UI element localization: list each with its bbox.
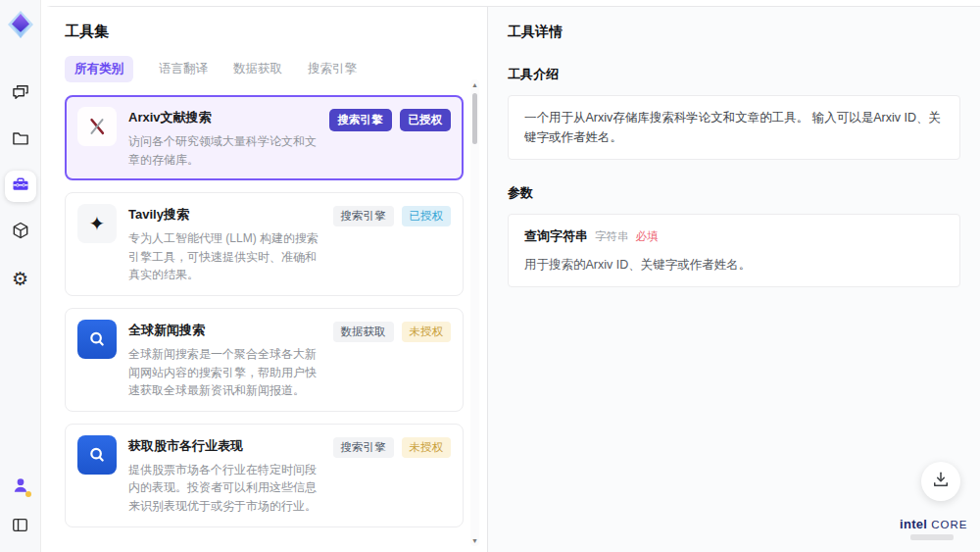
collapse-panel-button[interactable] bbox=[5, 511, 36, 542]
chat-icon bbox=[11, 82, 30, 106]
tool-card-1[interactable]: ✦Tavily搜索专为人工智能代理 (LLM) 构建的搜索引擎工具，可快速提供实… bbox=[65, 192, 464, 296]
user-avatar[interactable] bbox=[5, 472, 36, 503]
param-description: 用于搜索的Arxiv ID、关键字或作者姓名。 bbox=[524, 255, 944, 275]
tool-name: 获取股市各行业表现 bbox=[128, 437, 321, 455]
tool-badges: 搜索引擎未授权 bbox=[333, 435, 452, 516]
tool-badges: 搜索引擎已授权 bbox=[329, 107, 452, 169]
tool-card-body: 全球新闻搜索全球新闻搜索是一个聚合全球各大新闻网站内容的搜索引擎，帮助用户快速获… bbox=[128, 320, 321, 400]
category-badge: 搜索引擎 bbox=[329, 109, 392, 131]
left-rail: ⚙ bbox=[0, 0, 41, 552]
gear-icon: ⚙ bbox=[12, 270, 28, 288]
intel-core-logo: intel CORE bbox=[900, 517, 964, 540]
tool-list: Arxiv文献搜索访问各个研究领域大量科学论文和文章的存储库。搜索引擎已授权✦T… bbox=[65, 95, 469, 538]
category-tabs: 所有类别语言翻译数据获取搜索引擎 bbox=[65, 56, 469, 82]
sidebar-item-cube[interactable] bbox=[5, 217, 36, 248]
detail-title: 工具详情 bbox=[508, 24, 960, 41]
param-name: 查询字符串 bbox=[524, 226, 588, 247]
tool-card-0[interactable]: Arxiv文献搜索访问各个研究领域大量科学论文和文章的存储库。搜索引擎已授权 bbox=[65, 95, 464, 180]
tool-description: 访问各个研究领域大量科学论文和文章的存储库。 bbox=[128, 132, 318, 169]
tool-description: 专为人工智能代理 (LLM) 构建的搜索引擎工具，可快速提供实时、准确和真实的结… bbox=[128, 229, 321, 284]
download-icon bbox=[931, 470, 951, 493]
page-title: 工具集 bbox=[65, 23, 469, 41]
download-button[interactable] bbox=[921, 462, 960, 501]
tool-badges: 数据获取未授权 bbox=[333, 320, 452, 400]
panel-toggle-icon bbox=[11, 516, 29, 538]
arxiv-icon bbox=[77, 107, 117, 146]
app-logo[interactable] bbox=[6, 10, 35, 39]
scrollbar[interactable]: ▲ ▼ bbox=[470, 79, 479, 546]
brand-word-core: CORE bbox=[931, 519, 967, 530]
tools-pane: 工具集 所有类别语言翻译数据获取搜索引擎 Arxiv文献搜索访问各个研究领域大量… bbox=[41, 7, 488, 552]
tool-card-body: Arxiv文献搜索访问各个研究领域大量科学论文和文章的存储库。 bbox=[128, 107, 318, 169]
category-badge: 搜索引擎 bbox=[333, 206, 394, 226]
cube-icon bbox=[11, 221, 30, 244]
brand-word-intel: intel bbox=[900, 517, 927, 531]
param-required-badge: 必填 bbox=[636, 227, 659, 245]
category-badge: 数据获取 bbox=[333, 322, 394, 342]
tab-3[interactable]: 搜索引擎 bbox=[308, 61, 357, 77]
param-type: 字符串 bbox=[595, 227, 629, 245]
content-shell: 工具集 所有类别语言翻译数据获取搜索引擎 Arxiv文献搜索访问各个研究领域大量… bbox=[41, 6, 980, 552]
tavily-star-icon: ✦ bbox=[77, 204, 117, 243]
auth-status-badge: 已授权 bbox=[400, 109, 452, 131]
params-heading: 参数 bbox=[508, 184, 960, 202]
tab-2[interactable]: 数据获取 bbox=[233, 61, 282, 77]
intro-heading: 工具介绍 bbox=[508, 66, 960, 83]
scroll-down-arrow[interactable]: ▼ bbox=[470, 537, 479, 544]
sidebar-item-chat[interactable] bbox=[5, 78, 36, 110]
tool-card-2[interactable]: 全球新闻搜索全球新闻搜索是一个聚合全球各大新闻网站内容的搜索引擎，帮助用户快速获… bbox=[65, 308, 464, 412]
param-header: 查询字符串 字符串 必填 bbox=[524, 226, 944, 247]
tool-card-body: 获取股市各行业表现提供股票市场各个行业在特定时间段内的表现。投资者可以利用这些信… bbox=[128, 435, 321, 516]
category-badge: 搜索引擎 bbox=[333, 437, 394, 458]
auth-status-badge: 已授权 bbox=[402, 206, 452, 226]
tool-description: 全球新闻搜索是一个聚合全球各大新闻网站内容的搜索引擎，帮助用户快速获取全球最新资… bbox=[128, 345, 321, 400]
brand-watermark bbox=[910, 534, 954, 540]
rail-bottom bbox=[5, 472, 36, 542]
tool-card-3[interactable]: 获取股市各行业表现提供股票市场各个行业在特定时间段内的表现。投资者可以利用这些信… bbox=[65, 424, 464, 527]
sidebar-item-settings[interactable]: ⚙ bbox=[5, 263, 36, 294]
blue-search-icon bbox=[77, 320, 117, 359]
param-box: 查询字符串 字符串 必填 用于搜索的Arxiv ID、关键字或作者姓名。 bbox=[508, 214, 960, 287]
blue-search-icon bbox=[77, 435, 117, 475]
scroll-up-arrow[interactable]: ▲ bbox=[470, 81, 479, 88]
rail-nav: ⚙ bbox=[5, 78, 36, 294]
detail-pane: 工具详情 工具介绍 一个用于从Arxiv存储库搜索科学论文和文章的工具。 输入可… bbox=[488, 7, 980, 552]
auth-status-badge: 未授权 bbox=[402, 437, 452, 458]
tab-0[interactable]: 所有类别 bbox=[65, 56, 133, 82]
sidebar-item-tools[interactable] bbox=[5, 171, 36, 202]
auth-status-badge: 未授权 bbox=[402, 322, 452, 342]
status-dot bbox=[25, 491, 31, 497]
toolbox-icon bbox=[11, 175, 30, 198]
tool-badges: 搜索引擎已授权 bbox=[333, 204, 452, 284]
intro-box: 一个用于从Arxiv存储库搜索科学论文和文章的工具。 输入可以是Arxiv ID… bbox=[508, 95, 960, 160]
scrollbar-thumb[interactable] bbox=[472, 93, 477, 144]
tool-card-body: Tavily搜索专为人工智能代理 (LLM) 构建的搜索引擎工具，可快速提供实时… bbox=[128, 204, 321, 284]
sidebar-item-folder[interactable] bbox=[5, 125, 36, 156]
tab-1[interactable]: 语言翻译 bbox=[159, 61, 208, 77]
tool-name: 全球新闻搜索 bbox=[128, 322, 321, 339]
intro-text: 一个用于从Arxiv存储库搜索科学论文和文章的工具。 输入可以是Arxiv ID… bbox=[524, 111, 941, 144]
folder-icon bbox=[11, 128, 30, 152]
tool-name: Arxiv文献搜索 bbox=[128, 109, 318, 126]
tool-name: Tavily搜索 bbox=[128, 206, 321, 224]
tool-description: 提供股票市场各个行业在特定时间段内的表现。投资者可以利用这些信息来识别表现优于或… bbox=[128, 461, 321, 516]
